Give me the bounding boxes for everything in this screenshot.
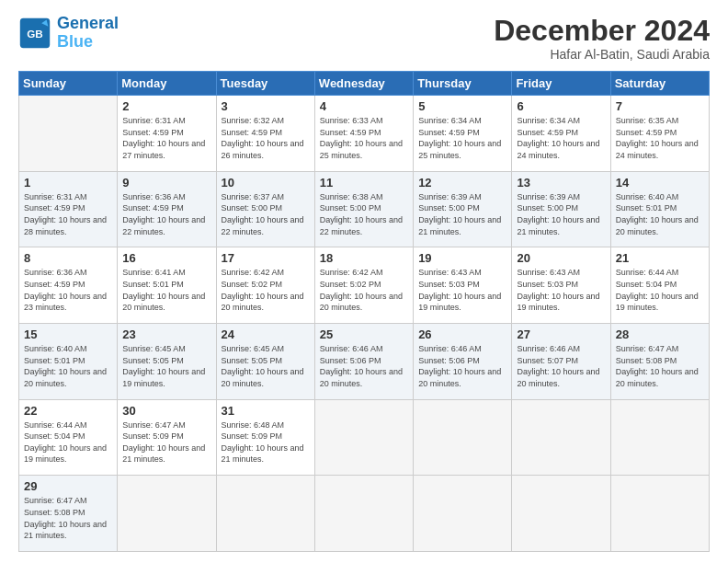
calendar: Sunday Monday Tuesday Wednesday Thursday… (18, 71, 710, 552)
calendar-cell: 19 Sunrise: 6:43 AM Sunset: 5:03 PM Dayl… (414, 247, 512, 324)
svg-text:GB: GB (27, 28, 43, 40)
day-number: 3 (222, 99, 310, 113)
calendar-cell: 9 Sunrise: 6:36 AM Sunset: 4:59 PM Dayli… (118, 171, 216, 247)
calendar-cell: 25 Sunrise: 6:46 AM Sunset: 5:06 PM Dayl… (314, 324, 413, 400)
calendar-cell (610, 399, 709, 476)
day-number: 10 (222, 176, 310, 190)
calendar-cell (610, 476, 709, 552)
page-header: GB General Blue December 2024 Hafar Al-B… (18, 15, 710, 62)
calendar-table: Sunday Monday Tuesday Wednesday Thursday… (18, 71, 710, 552)
header-saturday: Saturday (610, 72, 709, 96)
day-info: Sunrise: 6:46 AM Sunset: 5:06 PM Dayligh… (418, 343, 506, 389)
day-number: 22 (24, 404, 112, 418)
calendar-cell: 15 Sunrise: 6:40 AM Sunset: 5:01 PM Dayl… (19, 324, 118, 400)
calendar-cell: 17 Sunrise: 6:42 AM Sunset: 5:02 PM Dayl… (216, 247, 314, 324)
day-number: 17 (222, 251, 310, 265)
header-tuesday: Tuesday (216, 72, 314, 96)
calendar-cell: 18 Sunrise: 6:42 AM Sunset: 5:02 PM Dayl… (314, 247, 413, 324)
day-number: 8 (24, 251, 112, 265)
calendar-week-row: 29 Sunrise: 6:47 AM Sunset: 5:08 PM Dayl… (19, 476, 710, 552)
logo-line2: Blue (57, 32, 93, 51)
day-info: Sunrise: 6:46 AM Sunset: 5:06 PM Dayligh… (320, 343, 408, 389)
logo-line1: General (57, 14, 119, 32)
calendar-cell (512, 399, 610, 476)
day-number: 13 (517, 176, 605, 190)
calendar-cell (216, 476, 314, 552)
day-number: 1 (24, 176, 112, 190)
calendar-cell (314, 399, 413, 476)
day-number: 4 (320, 99, 408, 113)
calendar-week-row: 15 Sunrise: 6:40 AM Sunset: 5:01 PM Dayl… (19, 324, 710, 400)
day-number: 6 (517, 99, 605, 113)
day-info: Sunrise: 6:43 AM Sunset: 5:03 PM Dayligh… (418, 267, 506, 313)
month-title: December 2024 (494, 15, 710, 47)
day-number: 23 (122, 327, 210, 341)
location: Hafar Al-Batin, Saudi Arabia (494, 47, 710, 62)
day-number: 16 (122, 251, 210, 265)
day-number: 28 (616, 327, 704, 341)
day-number: 25 (320, 327, 408, 341)
calendar-cell: 2 Sunrise: 6:31 AM Sunset: 4:59 PM Dayli… (118, 96, 216, 172)
calendar-cell (118, 476, 216, 552)
day-info: Sunrise: 6:34 AM Sunset: 4:59 PM Dayligh… (418, 115, 506, 161)
day-number: 18 (320, 251, 408, 265)
calendar-cell (414, 399, 512, 476)
logo: GB General Blue (18, 15, 119, 52)
calendar-cell: 8 Sunrise: 6:36 AM Sunset: 4:59 PM Dayli… (19, 247, 118, 324)
day-number: 24 (222, 327, 310, 341)
header-sunday: Sunday (19, 72, 118, 96)
calendar-cell (314, 476, 413, 552)
calendar-week-row: 1 Sunrise: 6:31 AM Sunset: 4:59 PM Dayli… (19, 171, 710, 247)
calendar-cell: 3 Sunrise: 6:32 AM Sunset: 4:59 PM Dayli… (216, 96, 314, 172)
day-number: 31 (222, 404, 310, 418)
day-number: 15 (24, 327, 112, 341)
day-info: Sunrise: 6:44 AM Sunset: 5:04 PM Dayligh… (24, 419, 112, 465)
day-number: 19 (418, 251, 506, 265)
day-info: Sunrise: 6:47 AM Sunset: 5:09 PM Dayligh… (122, 419, 210, 465)
calendar-cell: 20 Sunrise: 6:43 AM Sunset: 5:03 PM Dayl… (512, 247, 610, 324)
calendar-page: GB General Blue December 2024 Hafar Al-B… (0, 0, 728, 563)
day-info: Sunrise: 6:39 AM Sunset: 5:00 PM Dayligh… (418, 191, 506, 237)
calendar-cell: 1 Sunrise: 6:31 AM Sunset: 4:59 PM Dayli… (19, 171, 118, 247)
calendar-cell (414, 476, 512, 552)
day-info: Sunrise: 6:43 AM Sunset: 5:03 PM Dayligh… (517, 267, 605, 313)
calendar-week-row: 22 Sunrise: 6:44 AM Sunset: 5:04 PM Dayl… (19, 399, 710, 476)
calendar-cell: 7 Sunrise: 6:35 AM Sunset: 4:59 PM Dayli… (610, 96, 709, 172)
header-thursday: Thursday (414, 72, 512, 96)
day-info: Sunrise: 6:31 AM Sunset: 4:59 PM Dayligh… (24, 191, 112, 237)
day-info: Sunrise: 6:39 AM Sunset: 5:00 PM Dayligh… (517, 191, 605, 237)
day-number: 20 (517, 251, 605, 265)
day-info: Sunrise: 6:33 AM Sunset: 4:59 PM Dayligh… (320, 115, 408, 161)
calendar-cell: 10 Sunrise: 6:37 AM Sunset: 5:00 PM Dayl… (216, 171, 314, 247)
day-number: 7 (616, 99, 704, 113)
day-number: 21 (616, 251, 704, 265)
day-info: Sunrise: 6:37 AM Sunset: 5:00 PM Dayligh… (222, 191, 310, 237)
calendar-cell: 4 Sunrise: 6:33 AM Sunset: 4:59 PM Dayli… (314, 96, 413, 172)
logo-icon: GB (18, 17, 51, 50)
day-number: 2 (122, 99, 210, 113)
calendar-cell: 31 Sunrise: 6:48 AM Sunset: 5:09 PM Dayl… (216, 399, 314, 476)
calendar-cell: 30 Sunrise: 6:47 AM Sunset: 5:09 PM Dayl… (118, 399, 216, 476)
calendar-cell: 22 Sunrise: 6:44 AM Sunset: 5:04 PM Dayl… (19, 399, 118, 476)
calendar-cell: 11 Sunrise: 6:38 AM Sunset: 5:00 PM Dayl… (314, 171, 413, 247)
day-number: 30 (122, 404, 210, 418)
calendar-cell: 12 Sunrise: 6:39 AM Sunset: 5:00 PM Dayl… (414, 171, 512, 247)
header-wednesday: Wednesday (314, 72, 413, 96)
calendar-cell: 21 Sunrise: 6:44 AM Sunset: 5:04 PM Dayl… (610, 247, 709, 324)
day-info: Sunrise: 6:45 AM Sunset: 5:05 PM Dayligh… (222, 343, 310, 389)
weekday-header-row: Sunday Monday Tuesday Wednesday Thursday… (19, 72, 710, 96)
calendar-cell: 5 Sunrise: 6:34 AM Sunset: 4:59 PM Dayli… (414, 96, 512, 172)
day-number: 29 (24, 479, 112, 493)
calendar-cell: 28 Sunrise: 6:47 AM Sunset: 5:08 PM Dayl… (610, 324, 709, 400)
day-info: Sunrise: 6:40 AM Sunset: 5:01 PM Dayligh… (24, 343, 112, 389)
calendar-cell: 14 Sunrise: 6:40 AM Sunset: 5:01 PM Dayl… (610, 171, 709, 247)
day-number: 27 (517, 327, 605, 341)
title-area: December 2024 Hafar Al-Batin, Saudi Arab… (494, 15, 710, 62)
day-info: Sunrise: 6:45 AM Sunset: 5:05 PM Dayligh… (122, 343, 210, 389)
day-number: 12 (418, 176, 506, 190)
day-info: Sunrise: 6:35 AM Sunset: 4:59 PM Dayligh… (616, 115, 704, 161)
day-info: Sunrise: 6:34 AM Sunset: 4:59 PM Dayligh… (517, 115, 605, 161)
day-info: Sunrise: 6:40 AM Sunset: 5:01 PM Dayligh… (616, 191, 704, 237)
day-info: Sunrise: 6:31 AM Sunset: 4:59 PM Dayligh… (122, 115, 210, 161)
calendar-week-row: 2 Sunrise: 6:31 AM Sunset: 4:59 PM Dayli… (19, 96, 710, 172)
